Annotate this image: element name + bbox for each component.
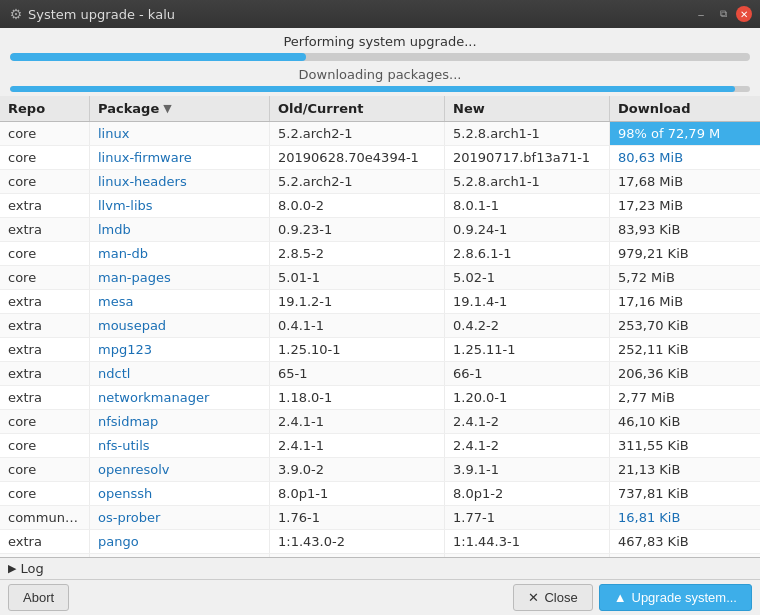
cell-package[interactable]: pango: [90, 530, 270, 553]
cell-new: 19.1.4-1: [445, 290, 610, 313]
sub-progress-fill: [10, 86, 735, 92]
table-row: core man-db 2.8.5-2 2.8.6.1-1 979,21 KiB: [0, 242, 760, 266]
cell-old: 1:1.43.0-2: [270, 530, 445, 553]
cell-new: 8.0p1-2: [445, 482, 610, 505]
cell-package[interactable]: os-prober: [90, 506, 270, 529]
cell-repo: extra: [0, 314, 90, 337]
cell-package[interactable]: linux: [90, 122, 270, 145]
cell-repo: extra: [0, 386, 90, 409]
table-row: core linux-headers 5.2.arch2-1 5.2.8.arc…: [0, 170, 760, 194]
cell-download: 46,10 KiB: [610, 410, 760, 433]
cell-old: 2.4.1-1: [270, 410, 445, 433]
table-row: community os-prober 1.76-1 1.77-1 16,81 …: [0, 506, 760, 530]
cell-new: 5.02-1: [445, 266, 610, 289]
main-progress-label: Performing system upgrade...: [10, 34, 750, 49]
table-row: extra networkmanager 1.18.0-1 1.20.0-1 2…: [0, 386, 760, 410]
col-download: Download: [610, 96, 760, 121]
main-progress-fill: [10, 53, 306, 61]
cell-package[interactable]: openresolv: [90, 458, 270, 481]
abort-button[interactable]: Abort: [8, 584, 69, 611]
window-close-button[interactable]: ✕: [736, 6, 752, 22]
log-toggle[interactable]: ▶ Log: [8, 561, 44, 576]
upgrade-icon: ▲: [614, 590, 627, 605]
restore-button[interactable]: ⧉: [714, 5, 732, 23]
bottom-left: Abort: [8, 584, 69, 611]
table-row: core nfs-utils 2.4.1-1 2.4.1-2 311,55 Ki…: [0, 434, 760, 458]
sub-progress-label: Downloading packages...: [10, 67, 750, 82]
cell-download: 2,77 MiB: [610, 386, 760, 409]
col-package[interactable]: Package ▼: [90, 96, 270, 121]
cell-old: 1.18.0-1: [270, 386, 445, 409]
table-row: core linux 5.2.arch2-1 5.2.8.arch1-1 98%…: [0, 122, 760, 146]
close-label: Close: [544, 590, 577, 605]
cell-repo: extra: [0, 290, 90, 313]
cell-new: 1.25.11-1: [445, 338, 610, 361]
cell-repo: core: [0, 122, 90, 145]
cell-package[interactable]: man-db: [90, 242, 270, 265]
cell-download: 253,70 KiB: [610, 314, 760, 337]
minimize-button[interactable]: –: [692, 5, 710, 23]
cell-repo: extra: [0, 194, 90, 217]
cell-new: 1.77-1: [445, 506, 610, 529]
cell-new: 0.9.24-1: [445, 218, 610, 241]
cell-new: 3.9.1-1: [445, 458, 610, 481]
table-header: Repo Package ▼ Old/Current New Download: [0, 96, 760, 122]
table-row: extra mesa 19.1.2-1 19.1.4-1 17,16 MiB: [0, 290, 760, 314]
table-row: extra pango 1:1.43.0-2 1:1.44.3-1 467,83…: [0, 530, 760, 554]
cell-download: 98% of 72,79 M: [610, 122, 760, 145]
table-row: core openresolv 3.9.0-2 3.9.1-1 21,13 Ki…: [0, 458, 760, 482]
cell-download: 17,16 MiB: [610, 290, 760, 313]
cell-new: 1:1.44.3-1: [445, 530, 610, 553]
packages-table-container: Repo Package ▼ Old/Current New Download …: [0, 96, 760, 557]
cell-download: 467,83 KiB: [610, 530, 760, 553]
cell-package[interactable]: man-pages: [90, 266, 270, 289]
cell-new: 8.0.1-1: [445, 194, 610, 217]
cell-package[interactable]: mousepad: [90, 314, 270, 337]
cell-package[interactable]: nfsidmap: [90, 410, 270, 433]
cell-package[interactable]: networkmanager: [90, 386, 270, 409]
cell-new: 5.2.8.arch1-1: [445, 170, 610, 193]
cell-repo: core: [0, 458, 90, 481]
table-row: core linux-firmware 20190628.70e4394-1 2…: [0, 146, 760, 170]
cell-repo: community: [0, 506, 90, 529]
close-button[interactable]: ✕ Close: [513, 584, 592, 611]
cell-download: 979,21 KiB: [610, 242, 760, 265]
cell-download: 17,23 MiB: [610, 194, 760, 217]
cell-package[interactable]: mesa: [90, 290, 270, 313]
cell-repo: core: [0, 266, 90, 289]
log-label: Log: [20, 561, 43, 576]
cell-package[interactable]: linux-headers: [90, 170, 270, 193]
sub-progress-bar: [10, 86, 750, 92]
cell-download: 206,36 KiB: [610, 362, 760, 385]
table-body: core linux 5.2.arch2-1 5.2.8.arch1-1 98%…: [0, 122, 760, 557]
cell-download: 83,93 KiB: [610, 218, 760, 241]
log-arrow-icon: ▶: [8, 562, 16, 575]
cell-download: 17,68 MiB: [610, 170, 760, 193]
cell-repo: core: [0, 410, 90, 433]
cell-repo: core: [0, 482, 90, 505]
upgrade-system-button[interactable]: ▲ Upgrade system...: [599, 584, 752, 611]
cell-old: 0.9.23-1: [270, 218, 445, 241]
title-bar-left: ⚙ System upgrade - kalu: [8, 6, 175, 22]
table-row: extra mousepad 0.4.1-1 0.4.2-2 253,70 Ki…: [0, 314, 760, 338]
cell-package[interactable]: openssh: [90, 482, 270, 505]
cell-download: 80,63 MiB: [610, 146, 760, 169]
cell-new: 5.2.8.arch1-1: [445, 122, 610, 145]
col-new: New: [445, 96, 610, 121]
cell-repo: core: [0, 146, 90, 169]
cell-old: 1.76-1: [270, 506, 445, 529]
cell-package[interactable]: lmdb: [90, 218, 270, 241]
title-bar: ⚙ System upgrade - kalu – ⧉ ✕: [0, 0, 760, 28]
cell-old: 65-1: [270, 362, 445, 385]
cell-package[interactable]: linux-firmware: [90, 146, 270, 169]
cell-old: 5.2.arch2-1: [270, 122, 445, 145]
cell-download: 737,81 KiB: [610, 482, 760, 505]
cell-new: 20190717.bf13a71-1: [445, 146, 610, 169]
cell-package[interactable]: llvm-libs: [90, 194, 270, 217]
cell-download: 311,55 KiB: [610, 434, 760, 457]
cell-download: 16,81 KiB: [610, 506, 760, 529]
cell-package[interactable]: ndctl: [90, 362, 270, 385]
cell-package[interactable]: mpg123: [90, 338, 270, 361]
cell-package[interactable]: nfs-utils: [90, 434, 270, 457]
cell-repo: extra: [0, 338, 90, 361]
